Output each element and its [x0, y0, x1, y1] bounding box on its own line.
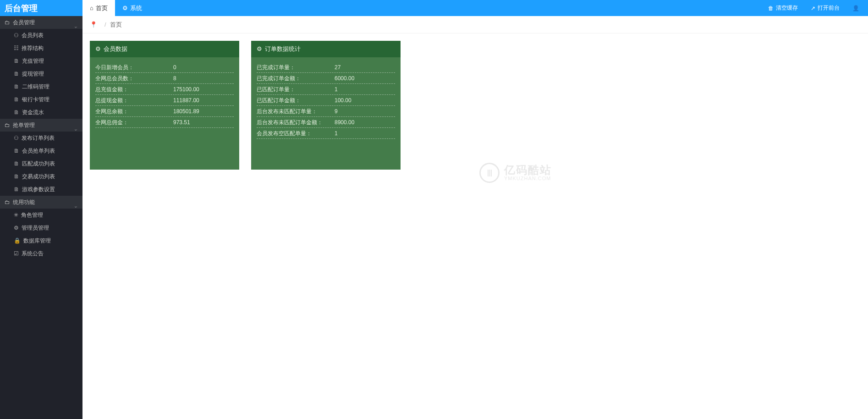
stat-label: 全网总会员数： [95, 73, 173, 83]
tab-label: 系统 [130, 4, 142, 12]
card-title: 订单数据统计 [265, 45, 301, 52]
stats-card: ⚙订单数据统计已完成订单量：27已完成订单金额：6000.00已匹配订单量：1已… [251, 41, 401, 170]
nav-item[interactable]: 🗎银行卡管理 [0, 93, 82, 106]
nav-item[interactable]: 🗎充值管理 [0, 55, 82, 67]
nav-item-icon: 🗎 [14, 55, 19, 67]
top-header: ⌂首页⚙系统 🗑 清空缓存 ↗ 打开前台 👤 [82, 0, 868, 16]
nav-item-icon: 🗎 [14, 157, 19, 170]
breadcrumb: 📍 / 首页 [82, 16, 868, 33]
gear-icon: ⚙ [95, 41, 101, 57]
breadcrumb-separator: / [104, 21, 106, 28]
nav-item[interactable]: 🗎交易成功列表 [0, 170, 82, 183]
nav-item-icon: 🗎 [14, 144, 19, 157]
nav-item-label: 会员抢单列表 [22, 148, 55, 154]
nav-item-label: 推荐结构 [22, 45, 44, 51]
clear-cache-label: 清空缓存 [776, 4, 798, 12]
stat-row: 后台发布未匹配订单金额：8900.00 [257, 117, 395, 128]
stat-row: 全网总佣金：973.51 [95, 117, 234, 128]
nav-item-label: 交易成功列表 [22, 173, 55, 180]
nav-section-header[interactable]: 🗀统用功能⌄ [0, 196, 82, 209]
nav-item[interactable]: ☷推荐结构 [0, 42, 82, 55]
stat-label: 全网总佣金： [95, 117, 173, 127]
chevron-down-icon: ⌄ [73, 122, 78, 135]
nav-item[interactable]: 🔒数据库管理 [0, 234, 82, 247]
nav-item[interactable]: ✳角色管理 [0, 209, 82, 221]
stat-value: 180501.89 [173, 106, 234, 116]
brand-logo: 后台管理 [0, 0, 82, 16]
nav-item[interactable]: 🗎游戏参数设置 [0, 183, 82, 196]
nav-item-icon: ☑ [14, 247, 19, 260]
gear-icon: ⚙ [257, 41, 262, 57]
nav-section-header[interactable]: 🗀会员管理⌄ [0, 16, 82, 29]
stat-value: 27 [335, 62, 395, 72]
pin-icon: 📍 [90, 21, 97, 28]
nav-item[interactable]: 🗎匹配成功列表 [0, 157, 82, 170]
nav-item-icon: ✳ [14, 209, 18, 221]
stat-row: 今日新增会员：0 [95, 62, 234, 73]
nav-section-title: 抢单管理 [13, 122, 35, 128]
nav-item-icon: 🗎 [14, 93, 19, 106]
stat-label: 已匹配订单金额： [257, 95, 335, 105]
stat-value: 175100.00 [173, 84, 234, 94]
stat-label: 已完成订单金额： [257, 73, 335, 83]
external-link-icon: ↗ [811, 5, 815, 11]
stat-row: 全网总余额：180501.89 [95, 106, 234, 117]
nav-item[interactable]: ☑系统公告 [0, 247, 82, 260]
nav-item-label: 提现管理 [22, 71, 44, 77]
stat-label: 已匹配订单量： [257, 84, 335, 94]
nav-item-label: 匹配成功列表 [22, 160, 55, 167]
nav-item-label: 二维码管理 [22, 83, 49, 90]
user-button[interactable]: 👤 [846, 0, 868, 16]
stat-label: 后台发布未匹配订单量： [257, 106, 335, 116]
nav-section-title: 会员管理 [13, 19, 35, 26]
breadcrumb-current: 首页 [110, 21, 122, 29]
user-icon: 👤 [852, 5, 859, 11]
tab-icon: ⌂ [90, 5, 93, 11]
stat-row: 已完成订单金额：6000.00 [257, 73, 395, 84]
nav-item[interactable]: ⚇发布订单列表 [0, 132, 82, 144]
content: ⚙会员数据今日新增会员：0全网总会员数：8总充值金额：175100.00总提现金… [82, 33, 868, 419]
nav-item[interactable]: 🗎二维码管理 [0, 80, 82, 93]
nav-item[interactable]: 🗎资金流水 [0, 106, 82, 119]
tab[interactable]: ⚙系统 [115, 0, 149, 16]
nav-item-label: 银行卡管理 [22, 96, 49, 103]
nav-section-header[interactable]: 🗀抢单管理⌄ [0, 119, 82, 132]
stat-row: 总提现金额：111887.00 [95, 95, 234, 106]
stat-row: 已完成订单量：27 [257, 62, 395, 73]
nav-item[interactable]: ⚇会员列表 [0, 29, 82, 42]
sidebar: 后台管理 🗀会员管理⌄⚇会员列表☷推荐结构🗎充值管理🗎提现管理🗎二维码管理🗎银行… [0, 0, 82, 419]
stat-value: 111887.00 [173, 95, 234, 105]
tabs: ⌂首页⚙系统 [82, 0, 149, 16]
nav-item-icon: ⚇ [14, 132, 19, 144]
sidebar-nav: 🗀会员管理⌄⚇会员列表☷推荐结构🗎充值管理🗎提现管理🗎二维码管理🗎银行卡管理🗎资… [0, 16, 82, 419]
stat-label: 会员发布空匹配单量： [257, 128, 335, 138]
stat-row: 已匹配订单金额：100.00 [257, 95, 395, 106]
nav-item[interactable]: ⚙管理员管理 [0, 221, 82, 234]
tab[interactable]: ⌂首页 [82, 0, 115, 16]
nav-item-label: 数据库管理 [23, 237, 51, 244]
nav-item-icon: ⚇ [14, 29, 19, 42]
nav-item-icon: ☷ [14, 42, 19, 55]
nav-item-icon: ⚙ [14, 221, 19, 234]
open-front-button[interactable]: ↗ 打开前台 [804, 0, 846, 16]
nav-item[interactable]: 🗎提现管理 [0, 67, 82, 80]
folder-icon: 🗀 [5, 119, 10, 132]
clear-cache-button[interactable]: 🗑 清空缓存 [762, 0, 804, 16]
nav-item[interactable]: 🗎会员抢单列表 [0, 144, 82, 157]
tab-label: 首页 [96, 4, 108, 12]
card-header: ⚙会员数据 [90, 41, 239, 57]
nav-item-label: 游戏参数设置 [22, 186, 55, 193]
card-title: 会员数据 [104, 45, 127, 52]
nav-item-label: 角色管理 [21, 212, 43, 218]
stat-row: 全网总会员数：8 [95, 73, 234, 84]
folder-icon: 🗀 [5, 16, 10, 29]
stat-label: 今日新增会员： [95, 62, 173, 72]
trash-icon: 🗑 [768, 5, 774, 11]
stat-value: 1 [335, 128, 395, 138]
stat-row: 总充值金额：175100.00 [95, 84, 234, 95]
nav-item-label: 充值管理 [22, 58, 44, 64]
stat-label: 总提现金额： [95, 95, 173, 105]
nav-item-icon: 🗎 [14, 183, 19, 196]
stats-card: ⚙会员数据今日新增会员：0全网总会员数：8总充值金额：175100.00总提现金… [90, 41, 239, 170]
nav-item-icon: 🗎 [14, 106, 19, 119]
